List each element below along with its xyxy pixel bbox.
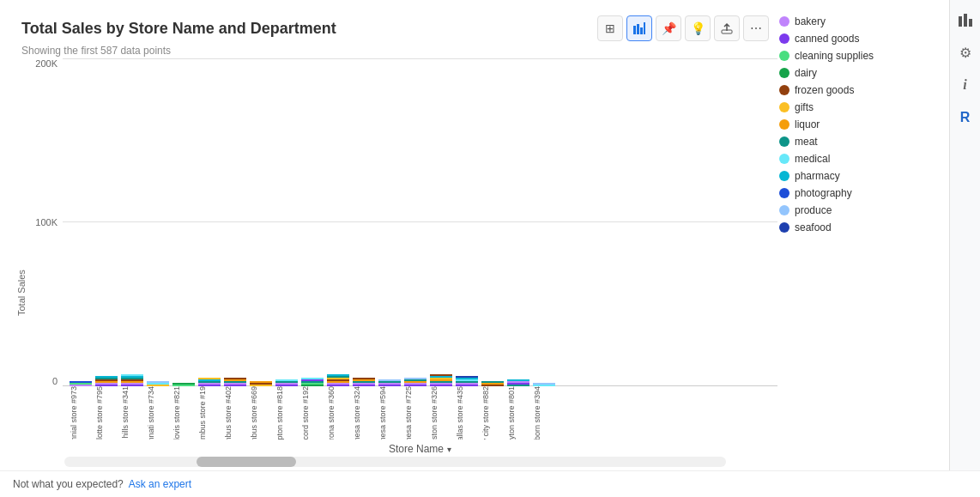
legend-item-cleaning_supplies: cleaning supplies [777, 47, 941, 64]
bar-group [275, 379, 298, 386]
settings-sidebar-icon[interactable]: ⚙ [953, 39, 978, 65]
data-points-label: Showing the first 587 data points [13, 41, 777, 58]
legend-label-bakery: bakery [795, 15, 826, 27]
legend-dot-seafood [779, 222, 789, 233]
legend-item-bakery: bakery [777, 13, 941, 30]
x-labels-container: centennial store #973charlotte store #79… [63, 386, 777, 439]
chart-header: Total Sales by Store Name and Department… [13, 9, 777, 41]
x-axis-label: clovis store #821 [172, 386, 195, 439]
bar-group [301, 378, 324, 386]
x-axis-title: Store Name ▾ [63, 443, 777, 455]
legend-label-canned_goods: canned goods [795, 33, 859, 45]
legend-label-produce: produce [795, 204, 832, 216]
x-axis-label: costa mesa store #324 [353, 386, 375, 439]
x-axis-label: columbus store #402 [224, 386, 246, 439]
x-axis-label: daly city store #882 [481, 386, 504, 439]
x-axis-label: chino hills store #341 [121, 386, 143, 439]
svg-rect-6 [964, 14, 967, 27]
share-button[interactable] [714, 15, 740, 41]
chart-title: Total Sales by Store Name and Department [21, 20, 336, 38]
svg-rect-7 [969, 19, 972, 27]
ask-expert-link[interactable]: Ask an expert [129, 478, 191, 490]
x-axis-label: dearborn store #394 [533, 386, 555, 439]
legend-item-produce: produce [777, 202, 941, 219]
legend-panel: bakerycanned goodscleaning suppliesdairy… [777, 0, 949, 470]
x-axis-label: costa mesa store #725 [404, 386, 426, 439]
r-icon[interactable]: R [953, 105, 978, 130]
info-sidebar-icon[interactable]: i [953, 72, 978, 98]
legend-dot-meat [779, 136, 789, 147]
x-axis-label: dallas store #435 [456, 386, 478, 439]
y-tick-100k: 100K [30, 217, 57, 227]
x-axis-label: columbus store #669 [250, 386, 272, 439]
main-area: Total Sales by Store Name and Department… [0, 0, 980, 470]
legend-dot-produce [779, 205, 789, 215]
bar-group [404, 378, 426, 386]
legend-label-cleaning_supplies: cleaning supplies [795, 50, 874, 62]
legend-item-photography: photography [777, 185, 941, 202]
x-axis-label-text: Store Name [389, 443, 444, 455]
legend-item-gifts: gifts [777, 99, 941, 116]
bar-group [121, 374, 143, 386]
legend-item-pharmacy: pharmacy [777, 167, 941, 185]
legend-label-frozen_goods: frozen goods [795, 84, 854, 96]
y-tick-0: 0 [30, 376, 57, 386]
y-axis-label: Total Sales [13, 58, 30, 455]
x-axis-label: costa mesa store #594 [378, 386, 401, 439]
bar-chart-button[interactable] [626, 15, 652, 41]
bar-group [224, 378, 246, 386]
x-axis-label: concord store #192 [301, 386, 324, 439]
legend-label-dairy: dairy [795, 67, 817, 79]
x-axis-label: cincinnati store #734 [147, 386, 169, 439]
legend-dot-pharmacy [779, 171, 789, 181]
legend-item-canned_goods: canned goods [777, 30, 941, 47]
legend-dot-frozen_goods [779, 85, 789, 95]
svg-rect-0 [633, 26, 636, 34]
legend-item-meat: meat [777, 133, 941, 150]
legend-item-liquor: liquor [777, 116, 941, 133]
x-axis-label: cranston store #326 [430, 386, 452, 439]
legend-dot-liquor [779, 119, 789, 130]
x-axis-label: columbus store #19 [198, 386, 221, 439]
svg-rect-5 [959, 16, 962, 27]
y-tick-200k: 200K [30, 58, 57, 69]
grid-view-button[interactable]: ⊞ [597, 15, 623, 41]
x-axis-label: charlotte store #795 [95, 386, 118, 439]
x-axis-label: corona store #360 [327, 386, 349, 439]
y-axis-ticks: 0 100K 200K [30, 58, 63, 455]
more-options-button[interactable]: ⋯ [743, 15, 769, 41]
toolbar: ⊞ 📌 💡 ⋯ [597, 15, 769, 41]
legend-label-pharmacy: pharmacy [795, 170, 840, 182]
bar-group [95, 376, 118, 386]
bar-group [430, 374, 452, 386]
chart-area: Total Sales by Store Name and Department… [0, 0, 777, 470]
legend-dot-bakery [779, 16, 789, 27]
pin-button[interactable]: 📌 [656, 15, 681, 41]
legend-dot-cleaning_supplies [779, 51, 789, 61]
right-sidebar: ⚙ i R [949, 0, 980, 470]
scrollbar-thumb[interactable] [197, 457, 296, 467]
legend-dot-dairy [779, 68, 789, 78]
legend-dot-canned_goods [779, 33, 789, 44]
chart-plot: centennial store #973charlotte store #79… [63, 58, 777, 455]
legend-item-medical: medical [777, 150, 941, 167]
bar-group [507, 379, 529, 386]
svg-rect-1 [637, 24, 639, 34]
insights-button[interactable]: 💡 [685, 15, 711, 41]
legend-item-dairy: dairy [777, 64, 941, 82]
app-container: Total Sales by Store Name and Department… [0, 0, 980, 497]
legend-dot-photography [779, 188, 789, 198]
legend-item-seafood: seafood [777, 219, 941, 236]
legend: bakerycanned goodscleaning suppliesdairy… [777, 9, 941, 462]
bar-group [456, 376, 478, 386]
bar-group [327, 374, 349, 386]
bar-group [198, 378, 221, 386]
legend-label-seafood: seafood [795, 221, 832, 233]
legend-label-photography: photography [795, 187, 852, 199]
scrollbar-track [64, 457, 726, 467]
x-axis-dropdown-arrow[interactable]: ▾ [447, 445, 451, 454]
x-axis-label: centennial store #973 [70, 386, 92, 439]
x-axis-label: compton store #818 [275, 386, 298, 439]
footer-text: Not what you expected? [13, 478, 124, 490]
bar-chart-sidebar-icon[interactable] [953, 7, 978, 33]
